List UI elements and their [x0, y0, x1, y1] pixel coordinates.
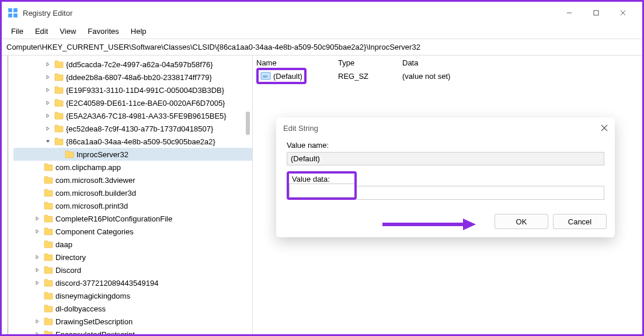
maximize-button[interactable]	[583, 4, 610, 22]
tree-item[interactable]: {E2C40589-DE61-11ce-BAE0-0020AF6D7005}	[13, 96, 252, 109]
expand-icon[interactable]	[44, 62, 52, 67]
address-input[interactable]	[4, 41, 640, 53]
tree-vertical-line	[8, 56, 8, 334]
tree-item[interactable]: discord-377212089443549194	[13, 276, 252, 289]
dialog-footer: OK Cancel	[276, 209, 615, 237]
svg-marker-13	[463, 219, 476, 230]
tree-item[interactable]: {E19F9331-3110-11D4-991C-005004D3B3DB}	[13, 84, 252, 96]
expand-icon[interactable]	[44, 75, 52, 79]
menu-edit[interactable]: Edit	[29, 25, 54, 37]
tree-item-label: EncapsulatedPostscript	[55, 330, 135, 335]
collapse-icon[interactable]	[44, 139, 52, 144]
tree-item-label: {dd5cacda-7c2e-4997-a62a-04a597b58f76}	[66, 60, 213, 69]
tree-item-label: discord-377212089443549194	[55, 279, 158, 287]
value-data-input[interactable]	[357, 186, 604, 200]
svg-rect-2	[8, 13, 12, 18]
tree-item[interactable]: DrawingSetDescription	[13, 315, 252, 328]
value-data-label: Value data:	[289, 174, 354, 183]
tree-item-label: Component Categories	[55, 227, 134, 236]
tree-item[interactable]: {ddee2b8a-6807-48a6-bb20-2338174ff779}	[13, 71, 252, 84]
expand-icon[interactable]	[33, 229, 41, 234]
expand-icon[interactable]	[33, 280, 41, 285]
ok-button[interactable]: OK	[495, 214, 548, 229]
tree-item-label: {86ca1aa0-34aa-4e8b-a509-50c905bae2a2}	[66, 137, 215, 146]
tree-item[interactable]: dl-dolbyaccess	[13, 302, 252, 315]
tree-item-label: {E5A2A3A6-7C18-4981-AA33-5FE9B9615BE5}	[66, 112, 227, 120]
window-controls	[556, 4, 636, 22]
tree-item[interactable]: com.microsoft.3dviewer	[13, 174, 252, 186]
registry-editor-window: Registry Editor File Edit View Favorites…	[0, 0, 644, 336]
tree-item-label: Directory	[55, 253, 86, 262]
tree-pane[interactable]: {dd5cacda-7c2e-4997-a62a-04a597b58f76}{d…	[2, 56, 253, 334]
tree-item[interactable]: {dd5cacda-7c2e-4997-a62a-04a597b58f76}	[13, 58, 252, 71]
tree-item[interactable]: com.microsoft.builder3d	[13, 186, 252, 199]
expand-icon[interactable]	[44, 88, 52, 92]
folder-icon	[44, 202, 53, 210]
expand-icon[interactable]	[33, 332, 41, 334]
tree-item[interactable]: com.microsoft.print3d	[13, 199, 252, 212]
folder-icon	[44, 330, 53, 334]
tree-item[interactable]: Component Categories	[13, 225, 252, 238]
tree-item-label: com.clipchamp.app	[55, 163, 121, 172]
expand-icon[interactable]	[44, 101, 52, 105]
folder-icon	[54, 124, 64, 133]
tree-item[interactable]: CompleteR16PlotConfigurationFile	[13, 212, 252, 225]
value-name-field: (Default)	[287, 152, 604, 165]
menu-view[interactable]: View	[54, 25, 82, 37]
tree-item[interactable]: disneymagickingdoms	[13, 289, 252, 302]
expand-icon[interactable]	[44, 126, 52, 131]
highlight-default-value: ab (Default)	[256, 68, 307, 84]
cancel-button[interactable]: Cancel	[553, 214, 607, 229]
tree-item-label: Discord	[55, 266, 81, 275]
svg-rect-0	[8, 8, 12, 12]
list-row-default[interactable]: ab (Default) REG_SZ (value not set)	[253, 70, 642, 82]
folder-icon	[54, 60, 64, 68]
dialog-body: Value name: (Default) Value data:	[276, 138, 615, 209]
column-name[interactable]: Name	[256, 58, 338, 67]
menu-file[interactable]: File	[5, 25, 29, 37]
tree-item[interactable]: EncapsulatedPostscript	[13, 328, 252, 334]
tree-item-label: disneymagickingdoms	[55, 292, 130, 300]
dialog-close-button[interactable]	[601, 123, 608, 133]
svg-rect-3	[13, 13, 18, 18]
expand-icon[interactable]	[33, 319, 41, 324]
expand-icon[interactable]	[33, 268, 41, 272]
titlebar: Registry Editor	[2, 2, 642, 24]
folder-icon	[44, 279, 53, 287]
tree-item[interactable]: InprocServer32	[13, 148, 252, 161]
folder-icon	[44, 304, 53, 313]
menu-help[interactable]: Help	[125, 25, 152, 37]
tree-item-label: DrawingSetDescription	[55, 317, 133, 326]
tree-item-label: com.microsoft.3dviewer	[55, 176, 135, 185]
tree-item[interactable]: Discord	[13, 264, 252, 276]
tree-item[interactable]: com.clipchamp.app	[13, 161, 252, 174]
column-data[interactable]: Data	[402, 58, 642, 67]
highlight-value-data: Value data:	[287, 171, 357, 200]
tree-item-label: InprocServer32	[76, 150, 128, 159]
tree-item[interactable]: {ec52dea8-7c9f-4130-a77b-1737d0418507}	[13, 122, 252, 135]
column-type[interactable]: Type	[338, 58, 402, 67]
folder-icon	[54, 112, 64, 120]
row-type: REG_SZ	[338, 72, 402, 81]
value-data-input-left[interactable]	[289, 183, 354, 198]
folder-icon	[65, 150, 74, 158]
dialog-titlebar[interactable]: Edit String	[276, 117, 615, 138]
edit-string-dialog: Edit String Value name: (Default) Value …	[276, 117, 615, 237]
folder-icon	[44, 240, 53, 248]
tree-item-label: daap	[55, 240, 72, 249]
folder-icon	[54, 73, 64, 81]
tree-item[interactable]: daap	[13, 238, 252, 251]
minimize-button[interactable]	[556, 4, 583, 22]
row-data: (value not set)	[402, 72, 642, 81]
expand-icon[interactable]	[44, 113, 52, 118]
tree-item-label: com.microsoft.print3d	[55, 202, 128, 210]
expand-icon[interactable]	[33, 216, 41, 221]
close-button[interactable]	[610, 4, 636, 22]
folder-icon	[44, 176, 53, 184]
tree-item[interactable]: {86ca1aa0-34aa-4e8b-a509-50c905bae2a2}	[13, 135, 252, 148]
expand-icon[interactable]	[33, 255, 41, 259]
menu-favorites[interactable]: Favorites	[82, 25, 124, 37]
tree-item[interactable]: {E5A2A3A6-7C18-4981-AA33-5FE9B9615BE5}	[13, 109, 252, 122]
tree-item[interactable]: Directory	[13, 251, 252, 264]
tree-scrollbar-thumb[interactable]	[246, 112, 250, 135]
